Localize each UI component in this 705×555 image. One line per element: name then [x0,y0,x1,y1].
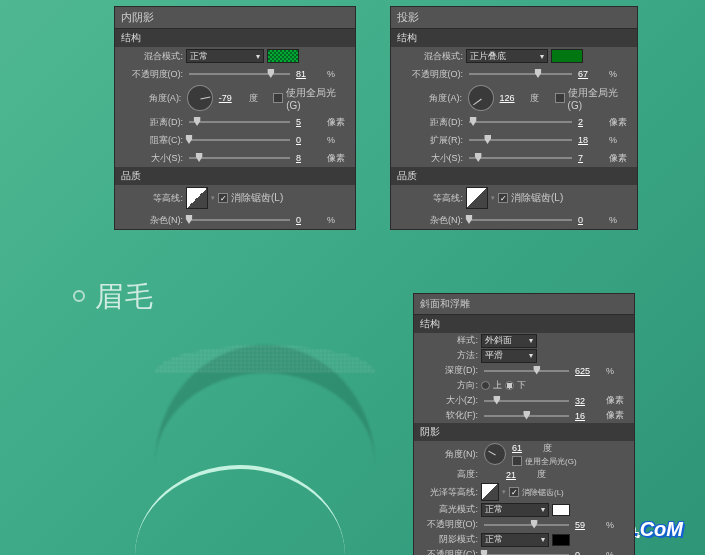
spread-label: 扩展(R): [397,134,463,147]
noise-value[interactable]: 0 [578,215,606,225]
shadow-opacity-value[interactable]: 0 [575,550,603,556]
distance-unit: 像素 [327,116,349,129]
size-unit: 像素 [609,152,631,165]
blend-mode-select[interactable]: 正片叠底 [466,49,548,63]
spread-slider[interactable] [469,139,572,141]
size-slider[interactable] [469,157,572,159]
depth-unit: % [606,366,628,376]
global-light-label: 使用全局光(G) [568,86,631,111]
noise-value[interactable]: 0 [296,215,324,225]
section-structure: 结构 [115,29,355,47]
antialias-label: 消除锯齿(L) [522,487,564,498]
section-quality: 品质 [391,167,637,185]
choke-value[interactable]: 0 [296,135,324,145]
highlight-color-swatch[interactable] [552,504,570,516]
highlight-opacity-value[interactable]: 59 [575,520,603,530]
color-swatch[interactable] [551,49,583,63]
direction-up-radio[interactable] [481,381,490,390]
noise-slider[interactable] [189,219,290,221]
spread-unit: % [609,135,631,145]
angle-dial[interactable] [468,85,494,111]
distance-slider[interactable] [469,121,572,123]
angle-dial[interactable] [484,443,506,465]
angle-value[interactable]: -79 [219,93,246,103]
direction-down-radio[interactable] [505,381,514,390]
heading-text: 眉毛 [95,278,155,316]
gloss-contour-picker[interactable] [481,483,499,501]
shadow-mode-label: 阴影模式: [420,533,478,546]
depth-value[interactable]: 625 [575,366,603,376]
size-slider[interactable] [189,157,290,159]
spread-value[interactable]: 18 [578,135,606,145]
choke-slider[interactable] [189,139,290,141]
section-shading: 阴影 [414,423,634,441]
global-light-checkbox[interactable] [512,456,522,466]
opacity-unit: % [609,69,631,79]
distance-value[interactable]: 2 [578,117,606,127]
global-light-checkbox[interactable] [555,93,565,103]
distance-value[interactable]: 5 [296,117,324,127]
global-light-checkbox[interactable] [273,93,283,103]
angle-value[interactable]: 61 [512,443,540,453]
contour-label: 等高线: [121,192,183,205]
noise-slider[interactable] [469,219,572,221]
choke-unit: % [327,135,349,145]
highlight-opacity-slider[interactable] [484,524,569,526]
global-light-label: 使用全局光(G) [525,456,577,467]
angle-dial[interactable] [187,85,212,111]
contour-dropdown-icon[interactable]: ▾ [491,194,495,202]
antialias-checkbox[interactable] [498,193,508,203]
technique-label: 方法: [420,349,478,362]
technique-select[interactable]: 平滑 [481,349,537,363]
distance-unit: 像素 [609,116,631,129]
blend-mode-label: 混合模式: [397,50,463,63]
shadow-mode-select[interactable]: 正常 [481,533,549,547]
shadow-color-swatch[interactable] [552,534,570,546]
distance-slider[interactable] [189,121,290,123]
altitude-value[interactable]: 21 [506,470,534,480]
opacity-value[interactable]: 67 [578,69,606,79]
gloss-contour-dropdown-icon[interactable]: ▾ [502,488,506,496]
shadow-opacity-unit: % [606,550,628,556]
size-label: 大小(S): [121,152,183,165]
eyebrow-shape-line [135,465,345,555]
soften-unit: 像素 [606,409,628,422]
soften-label: 软化(F): [420,409,478,422]
size-slider[interactable] [484,400,569,402]
angle-unit: 度 [543,442,565,455]
color-swatch[interactable] [267,49,299,63]
panel-title: 投影 [391,7,637,29]
highlight-mode-select[interactable]: 正常 [481,503,549,517]
contour-dropdown-icon[interactable]: ▾ [211,194,215,202]
shadow-opacity-label: 不透明度(C): [420,548,478,555]
size-value[interactable]: 7 [578,153,606,163]
angle-value[interactable]: 126 [500,93,528,103]
depth-slider[interactable] [484,370,569,372]
blend-mode-select[interactable]: 正常 [186,49,264,63]
opacity-value[interactable]: 81 [296,69,324,79]
blend-mode-label: 混合模式: [121,50,183,63]
size-value[interactable]: 8 [296,153,324,163]
section-structure: 结构 [391,29,637,47]
global-light-label: 使用全局光(G) [286,86,349,111]
style-select[interactable]: 外斜面 [481,334,537,348]
choke-label: 阻塞(C): [121,134,183,147]
size-value[interactable]: 32 [575,396,603,406]
noise-unit: % [609,215,631,225]
distance-label: 距离(D): [397,116,463,129]
opacity-slider[interactable] [189,73,290,75]
angle-unit: 度 [249,92,270,105]
soften-slider[interactable] [484,415,569,417]
antialias-checkbox[interactable] [509,487,519,497]
contour-picker[interactable] [186,187,208,209]
gloss-contour-label: 光泽等高线: [420,486,478,499]
noise-label: 杂色(N): [397,214,463,227]
soften-value[interactable]: 16 [575,411,603,421]
panel-title: 内阴影 [115,7,355,29]
antialias-checkbox[interactable] [218,193,228,203]
noise-unit: % [327,215,349,225]
drop-shadow-panel: 投影 结构 混合模式: 正片叠底 不透明度(O): 67 % 角度(A): 12… [390,6,638,230]
depth-label: 深度(D): [420,364,478,377]
opacity-slider[interactable] [469,73,572,75]
contour-picker[interactable] [466,187,488,209]
